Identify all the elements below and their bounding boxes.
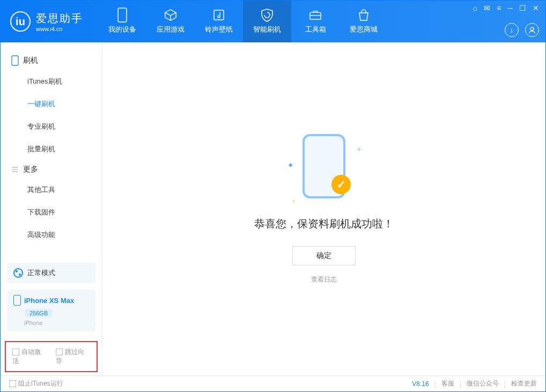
sidebar-item-itunes-flash[interactable]: iTunes刷机 bbox=[1, 70, 102, 93]
device-storage: 256GB bbox=[24, 309, 53, 317]
checkbox-skip-guide[interactable]: 跳过向导 bbox=[56, 347, 91, 366]
feedback-icon[interactable]: ✉ bbox=[484, 4, 490, 12]
device-info-box[interactable]: iPhone XS Max 256GB iPhone bbox=[7, 290, 95, 331]
sidebar-item-onekey-flash[interactable]: 一键刷机 bbox=[1, 93, 102, 115]
view-log-link[interactable]: 查看日志 bbox=[311, 275, 337, 284]
success-title: 恭喜您，保资料刷机成功啦！ bbox=[254, 217, 394, 231]
success-illustration: ✓ ✦ + ✦ bbox=[292, 134, 356, 204]
svg-rect-2 bbox=[310, 12, 321, 19]
logo-icon: iu bbox=[10, 11, 31, 32]
checkbox-block-itunes[interactable]: 阻止iTunes运行 bbox=[9, 379, 63, 388]
device-mode-box[interactable]: 正常模式 bbox=[7, 263, 95, 283]
tab-label: 应用游戏 bbox=[157, 25, 185, 34]
version-label: V8.16 bbox=[412, 380, 429, 388]
status-bar: 阻止iTunes运行 V8.16 | 客服 | 微信公众号 | 检查更新 bbox=[1, 375, 545, 391]
tab-label: 我的设备 bbox=[108, 25, 136, 34]
footer-right: V8.16 | 客服 | 微信公众号 | 检查更新 bbox=[412, 379, 537, 388]
ok-button[interactable]: 确定 bbox=[292, 246, 356, 265]
maximize-button[interactable]: ☐ bbox=[519, 4, 526, 12]
options-highlight-box: 自动激活 跳过向导 bbox=[5, 341, 98, 372]
check-update-link[interactable]: 检查更新 bbox=[511, 379, 537, 388]
tab-flash[interactable]: 智能刷机 bbox=[243, 1, 291, 42]
device-type: iPhone bbox=[24, 320, 89, 326]
app-logo: iu 爱思助手 www.i4.cn bbox=[1, 1, 93, 42]
tab-label: 铃声壁纸 bbox=[205, 25, 233, 34]
sidebar-item-batch-flash[interactable]: 批量刷机 bbox=[1, 138, 102, 160]
svg-rect-0 bbox=[118, 8, 127, 22]
mode-icon bbox=[13, 268, 23, 278]
spark-icon: + bbox=[357, 145, 361, 153]
tshirt-icon[interactable]: ⌂ bbox=[473, 4, 477, 12]
sidebar-item-download-firmware[interactable]: 下载固件 bbox=[1, 201, 102, 224]
footer-left: 阻止iTunes运行 bbox=[9, 379, 63, 388]
tab-label: 爱思商城 bbox=[350, 25, 378, 34]
tab-ringtones[interactable]: 铃声壁纸 bbox=[195, 1, 243, 42]
tab-label: 工具箱 bbox=[305, 25, 326, 34]
download-icon[interactable]: ↓ bbox=[505, 23, 519, 37]
sidebar: 刷机 iTunes刷机 一键刷机 专业刷机 批量刷机 更多 其他工具 下载固件 … bbox=[1, 42, 102, 375]
sidebar-group-more: 更多 bbox=[1, 160, 102, 179]
app-url: www.i4.cn bbox=[36, 26, 83, 32]
svg-point-3 bbox=[530, 27, 534, 31]
spark-icon: ✦ bbox=[287, 161, 294, 169]
close-button[interactable]: ✕ bbox=[533, 4, 539, 12]
device-name: iPhone XS Max bbox=[24, 297, 74, 305]
checkbox-auto-activate[interactable]: 自动激活 bbox=[12, 347, 47, 366]
device-name-row: iPhone XS Max bbox=[13, 295, 89, 306]
main-tabs: 我的设备 应用游戏 铃声壁纸 智能刷机 工具箱 爱思商城 bbox=[98, 1, 388, 42]
bag-icon bbox=[357, 9, 370, 21]
account-icons: ↓ bbox=[505, 23, 539, 37]
cube-icon bbox=[164, 9, 177, 21]
sidebar-item-pro-flash[interactable]: 专业刷机 bbox=[1, 115, 102, 138]
app-header: iu 爱思助手 www.i4.cn 我的设备 应用游戏 铃声壁纸 智能刷机 工具… bbox=[1, 1, 545, 42]
support-link[interactable]: 客服 bbox=[441, 379, 454, 388]
app-name: 爱思助手 bbox=[36, 11, 83, 26]
window-controls: ⌂ ✉ ≡ ─ ☐ ✕ bbox=[473, 4, 539, 12]
main-content: ✓ ✦ + ✦ 恭喜您，保资料刷机成功啦！ 确定 查看日志 bbox=[102, 42, 545, 375]
tab-toolbox[interactable]: 工具箱 bbox=[291, 1, 340, 42]
sidebar-item-advanced[interactable]: 高级功能 bbox=[1, 224, 102, 246]
tab-label: 智能刷机 bbox=[253, 25, 281, 34]
spark-icon: ✦ bbox=[292, 199, 296, 204]
check-badge-icon: ✓ bbox=[331, 175, 351, 194]
phone-small-icon bbox=[11, 55, 19, 66]
music-icon bbox=[212, 9, 225, 21]
menu-icon[interactable]: ≡ bbox=[497, 4, 501, 12]
group-label: 刷机 bbox=[23, 56, 38, 65]
sidebar-group-flash: 刷机 bbox=[1, 51, 102, 70]
tab-my-device[interactable]: 我的设备 bbox=[98, 1, 146, 42]
group-label: 更多 bbox=[23, 165, 38, 174]
logo-text: 爱思助手 www.i4.cn bbox=[36, 11, 83, 32]
tab-store[interactable]: 爱思商城 bbox=[340, 1, 388, 42]
svg-rect-1 bbox=[214, 10, 224, 20]
device-small-icon bbox=[13, 295, 21, 306]
app-body: 刷机 iTunes刷机 一键刷机 专业刷机 批量刷机 更多 其他工具 下载固件 … bbox=[1, 42, 545, 375]
toolbox-icon bbox=[309, 9, 322, 21]
header-right: ⌂ ✉ ≡ ─ ☐ ✕ ↓ bbox=[473, 1, 539, 42]
sidebar-item-other-tools[interactable]: 其他工具 bbox=[1, 179, 102, 201]
minimize-button[interactable]: ─ bbox=[507, 4, 513, 12]
tab-apps-games[interactable]: 应用游戏 bbox=[146, 1, 195, 42]
svg-rect-4 bbox=[12, 56, 18, 65]
device-icon bbox=[116, 9, 129, 21]
shield-icon bbox=[261, 9, 274, 21]
user-icon[interactable] bbox=[525, 23, 539, 37]
wechat-link[interactable]: 微信公众号 bbox=[467, 379, 499, 388]
mode-label: 正常模式 bbox=[27, 268, 55, 278]
list-icon bbox=[11, 166, 19, 173]
